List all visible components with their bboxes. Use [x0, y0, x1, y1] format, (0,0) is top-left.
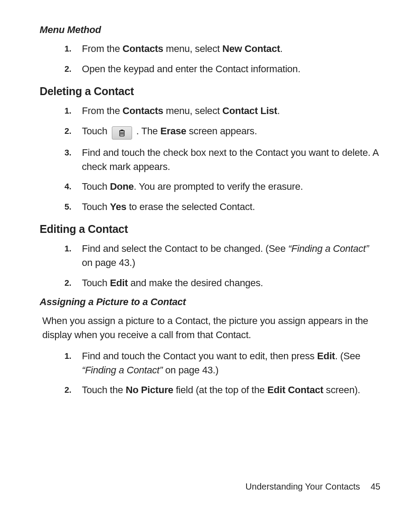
step-body: Touch Edit and make the desired changes.	[71, 276, 380, 290]
step-body: Open the keypad and enter the Contact in…	[71, 62, 380, 76]
list-item: 2. Touch the No Picture field (at the to…	[40, 383, 380, 397]
heading-deleting-contact: Deleting a Contact	[40, 85, 380, 98]
step-number: 2.	[55, 62, 71, 75]
heading-editing-contact: Editing a Contact	[40, 223, 380, 236]
step-number: 1.	[55, 349, 71, 362]
step-number: 1.	[55, 104, 71, 117]
subheading-assigning-picture: Assigning a Picture to a Contact	[40, 296, 380, 308]
list-item: 1. Find and touch the Contact you want t…	[40, 349, 380, 377]
subheading-menu-method: Menu Method	[40, 24, 380, 36]
step-number: 2.	[55, 276, 71, 289]
steps-menu-method: 1. From the Contacts menu, select New Co…	[40, 42, 380, 76]
step-number: 2.	[55, 124, 71, 137]
list-item: 1. From the Contacts menu, select New Co…	[40, 42, 380, 56]
page-number: 45	[371, 482, 380, 491]
list-item: 2. Touch . The Erase screen appears.	[40, 124, 380, 140]
list-item: 2. Open the keypad and enter the Contact…	[40, 62, 380, 76]
step-body: Touch . The Erase screen appears.	[71, 124, 380, 140]
step-body: Find and touch the Contact you want to e…	[71, 349, 380, 377]
step-body: From the Contacts menu, select New Conta…	[71, 42, 380, 56]
steps-deleting-contact: 1. From the Contacts menu, select Contac…	[40, 104, 380, 214]
list-item: 4. Touch Done. You are prompted to verif…	[40, 180, 380, 194]
list-item: 5. Touch Yes to erase the selected Conta…	[40, 200, 380, 214]
step-body: Touch the No Picture field (at the top o…	[71, 383, 380, 397]
step-number: 1.	[55, 242, 71, 255]
step-number: 5.	[55, 200, 71, 213]
manual-page: Menu Method 1. From the Contacts menu, s…	[0, 0, 420, 516]
list-item: 1. From the Contacts menu, select Contac…	[40, 104, 380, 118]
footer-chapter: Understanding Your Contacts	[246, 482, 360, 491]
step-number: 3.	[55, 146, 71, 159]
paragraph: When you assign a picture to a Contact, …	[42, 314, 380, 342]
step-number: 4.	[55, 180, 71, 193]
trash-icon	[112, 126, 132, 140]
list-item: 3. Find and touch the check box next to …	[40, 146, 380, 174]
step-body: Touch Done. You are prompted to verify t…	[71, 180, 380, 194]
step-body: Find and touch the check box next to the…	[71, 146, 380, 174]
step-body: Touch Yes to erase the selected Contact.	[71, 200, 380, 214]
step-number: 1.	[55, 42, 71, 55]
step-body: From the Contacts menu, select Contact L…	[71, 104, 380, 118]
step-body: Find and select the Contact to be change…	[71, 242, 380, 270]
page-footer: Understanding Your Contacts45	[246, 482, 380, 492]
step-number: 2.	[55, 383, 71, 396]
list-item: 1. Find and select the Contact to be cha…	[40, 242, 380, 270]
steps-assigning-picture: 1. Find and touch the Contact you want t…	[40, 349, 380, 398]
list-item: 2. Touch Edit and make the desired chang…	[40, 276, 380, 290]
steps-editing-contact: 1. Find and select the Contact to be cha…	[40, 242, 380, 290]
